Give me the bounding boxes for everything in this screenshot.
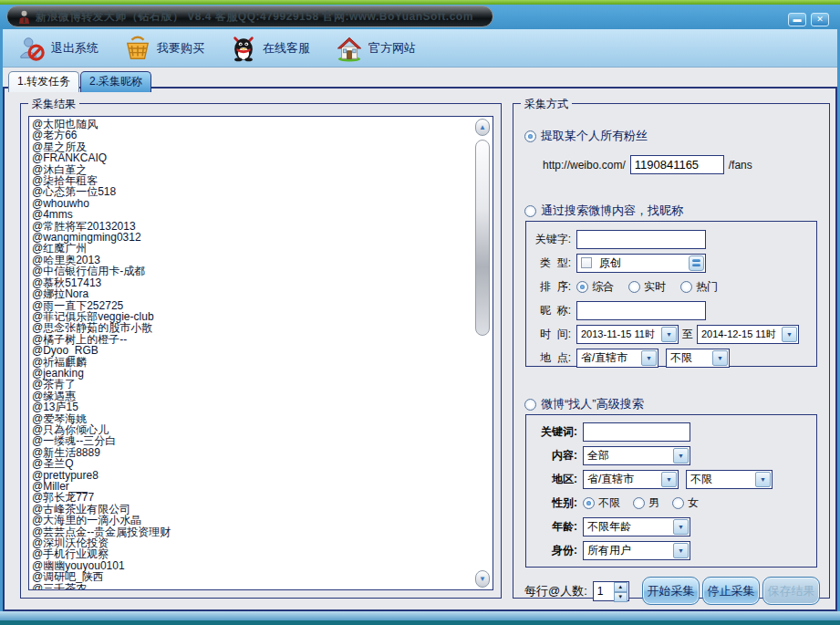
results-list: @太阳也随风@老方66@星之所及@FRANKCAIQ@沐白堇之@柒拾年租客@心态… xyxy=(32,119,472,590)
results-scrollbar[interactable]: ▲ ▼ xyxy=(475,119,491,588)
online-service-button[interactable]: 在线客服 xyxy=(222,32,318,65)
adv-region-province-dropdown-icon[interactable]: ▼ xyxy=(661,472,677,487)
type-spinner-icon[interactable] xyxy=(689,255,704,271)
list-item[interactable]: @调研吧_陕西 xyxy=(32,571,472,582)
list-item[interactable]: @娜拉Nora xyxy=(32,288,472,299)
list-item[interactable]: @jeanking xyxy=(32,368,472,379)
list-item[interactable]: @心态第一位518 xyxy=(32,186,472,197)
keyword-label: 关键字: xyxy=(526,232,576,247)
adv-age-label: 年龄: xyxy=(526,519,583,535)
time-to-picker[interactable]: 2014-12-15 11时 ▼ xyxy=(697,325,799,344)
exit-system-button[interactable]: 退出系统 xyxy=(10,32,107,65)
buy-button[interactable]: 我要购买 xyxy=(116,32,213,65)
list-item[interactable]: @郭长龙777 xyxy=(32,492,472,503)
adv-identity-dropdown-icon[interactable]: ▼ xyxy=(673,543,689,558)
list-item[interactable]: @whouwho xyxy=(32,198,472,209)
time-from-value: 2013-11-15 11时 xyxy=(577,328,659,341)
tab-bar: 1.转发任务 2.采集昵称 xyxy=(8,71,152,92)
list-item[interactable]: @手机行业观察 xyxy=(32,548,472,559)
list-item[interactable]: @13庐15 xyxy=(32,401,472,412)
scroll-up-icon[interactable]: ▲ xyxy=(475,119,490,136)
gender-any-radio[interactable] xyxy=(583,497,595,509)
list-item[interactable]: @缘遇惠 xyxy=(32,391,472,401)
adv-content-select[interactable]: 全部 ▼ xyxy=(583,446,690,465)
start-collect-button[interactable]: 开始采集 xyxy=(642,577,700,605)
time-from-picker[interactable]: 2013-11-15 11时 ▼ xyxy=(576,325,679,344)
list-item[interactable]: @prettypure8 xyxy=(32,470,472,481)
place-city-select[interactable]: 不限 ▼ xyxy=(666,349,730,368)
uid-input[interactable] xyxy=(630,155,724,174)
adv-region-province-select[interactable]: 省/直辖市 ▼ xyxy=(583,470,679,489)
adv-keyword-input[interactable] xyxy=(583,422,690,442)
scroll-down-icon[interactable]: ▼ xyxy=(475,570,490,588)
type-checkbox[interactable] xyxy=(581,257,592,268)
minimize-button[interactable]: ▬ xyxy=(788,13,806,26)
title-pill: 新浪微博转发大师（钻石版） V8.4 客服QQ:479929158 官网:www… xyxy=(6,5,493,27)
list-item[interactable]: @茶青了 xyxy=(32,379,472,390)
list-item[interactable]: @大海里的一滴小水晶 xyxy=(32,515,472,526)
adv-age-dropdown-icon[interactable]: ▼ xyxy=(673,519,689,535)
time-to-dropdown-icon[interactable]: ▼ xyxy=(782,327,797,342)
list-item[interactable]: @4mms xyxy=(32,209,472,220)
adv-identity-select[interactable]: 所有用户 ▼ xyxy=(583,541,690,560)
gender-male-label: 男 xyxy=(648,495,659,511)
option-advanced-radio[interactable] xyxy=(524,399,536,411)
list-item[interactable]: @Miller___ xyxy=(32,481,472,492)
sort-composite-radio[interactable] xyxy=(576,281,588,293)
place-city-dropdown-icon[interactable]: ▼ xyxy=(712,350,728,366)
list-item[interactable]: @祈福麒麟 xyxy=(32,357,472,368)
tab-forward-task[interactable]: 1.转发任务 xyxy=(8,71,79,92)
place-province-select[interactable]: 省/直辖市 ▼ xyxy=(576,349,659,368)
sort-hot-radio[interactable] xyxy=(680,281,692,293)
list-item[interactable]: @红魔广州 xyxy=(32,243,472,254)
adv-age-select[interactable]: 不限年龄 ▼ xyxy=(583,517,690,536)
stop-collect-button[interactable]: 停止采集 xyxy=(702,577,760,605)
keyword-input[interactable] xyxy=(576,230,706,249)
type-combo[interactable]: 原创 xyxy=(576,254,706,273)
place-province-dropdown-icon[interactable]: ▼ xyxy=(641,350,657,366)
adv-region-city-value: 不限 xyxy=(687,472,716,487)
time-from-dropdown-icon[interactable]: ▼ xyxy=(661,327,677,342)
list-item[interactable]: @新生活8889 xyxy=(32,447,472,458)
gender-male-radio[interactable] xyxy=(633,497,645,509)
list-item[interactable]: @三千茶农 xyxy=(32,583,472,590)
per-line-stepper[interactable]: 1 ▲▼ xyxy=(593,581,629,601)
adv-region-city-dropdown-icon[interactable]: ▼ xyxy=(755,472,771,487)
tab-collect-nicknames[interactable]: 2.采集昵称 xyxy=(80,71,151,92)
official-site-button[interactable]: 官方网站 xyxy=(327,32,424,65)
website-icon xyxy=(336,35,363,62)
adv-region-city-select[interactable]: 不限 ▼ xyxy=(686,470,773,489)
time-joiner: 至 xyxy=(682,327,693,342)
option-search-radio[interactable] xyxy=(524,205,536,217)
adv-keyword-label: 关键词: xyxy=(526,424,583,440)
per-line-spinner-icon[interactable]: ▲▼ xyxy=(614,582,627,600)
titlebar: 新浪微博转发大师（钻石版） V8.4 客服QQ:479929158 官网:www… xyxy=(0,5,840,29)
option-advanced-label: 微博“找人”高级搜索 xyxy=(541,396,644,412)
window-bottom-strip xyxy=(0,611,840,620)
list-item[interactable]: @太阳也随风 xyxy=(32,119,472,130)
url-suffix: /fans xyxy=(729,159,752,172)
list-item[interactable]: @wangmingming0312 xyxy=(32,232,472,243)
list-item[interactable]: @慕秋517413 xyxy=(32,277,472,288)
sort-realtime-label: 实时 xyxy=(644,279,666,295)
nickname-input[interactable] xyxy=(576,301,706,320)
adv-region-province-value: 省/直辖市 xyxy=(584,472,638,487)
option-fans-radio[interactable] xyxy=(524,130,536,142)
tab-content: 采集结果 @太阳也随风@老方66@星之所及@FRANKCAIQ@沐白堇之@柒拾年… xyxy=(3,87,837,611)
place-city-value: 不限 xyxy=(667,350,696,366)
list-item[interactable]: @思念张静茹的股市小散 xyxy=(32,322,472,333)
list-item[interactable]: @中信银行信用卡-成都 xyxy=(32,266,472,276)
app-window: 新浪微博转发大师（钻石版） V8.4 客服QQ:479929158 官网:www… xyxy=(0,0,840,625)
scrollbar-thumb[interactable] xyxy=(475,140,490,336)
list-item[interactable]: @沐白堇之 xyxy=(32,164,472,175)
results-listbox[interactable]: @太阳也随风@老方66@星之所及@FRANKCAIQ@沐白堇之@柒拾年租客@心态… xyxy=(28,116,493,590)
list-item[interactable]: @FRANKCAIQ xyxy=(32,152,472,163)
sort-realtime-radio[interactable] xyxy=(628,281,640,293)
gender-female-radio[interactable] xyxy=(672,497,684,509)
close-button[interactable]: ✕ xyxy=(811,13,829,26)
adv-content-dropdown-icon[interactable]: ▼ xyxy=(673,448,689,464)
list-item[interactable]: @圣兰Q xyxy=(32,458,472,469)
list-item[interactable]: @一缕魂--三分白 xyxy=(32,435,472,446)
list-item[interactable]: @Dyoo_RGB xyxy=(32,345,472,356)
list-item[interactable]: @老方66 xyxy=(32,130,472,141)
